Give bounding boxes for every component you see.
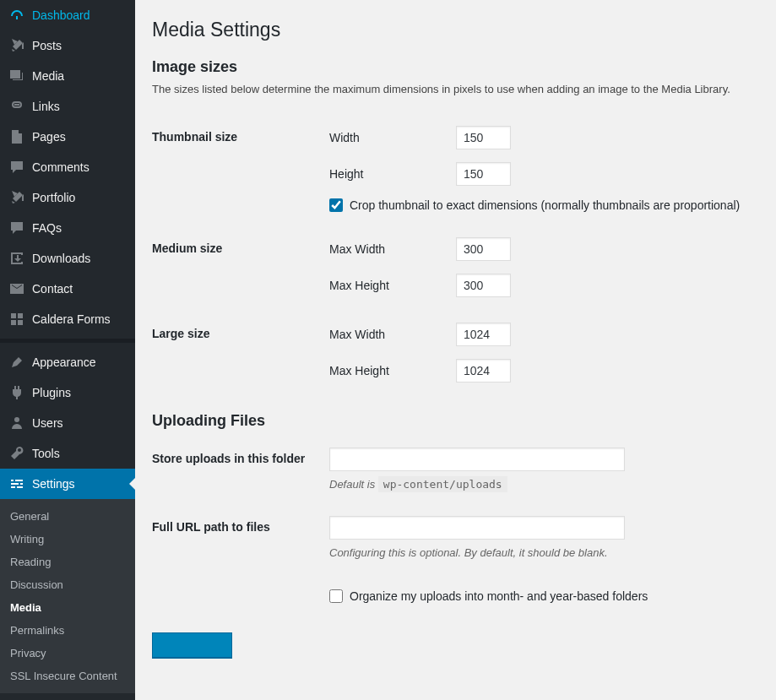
sidebar-item-label: Downloads [32, 252, 90, 265]
medium-maxwidth-label: Max Width [329, 242, 456, 256]
medium-size-label: Medium size [152, 225, 321, 310]
sidebar-item-dashboard[interactable]: Dashboard [0, 0, 135, 30]
medium-maxwidth-input[interactable] [456, 237, 511, 261]
sidebar-item-pages[interactable]: Pages [0, 122, 135, 152]
submenu-item-discussion[interactable]: Discussion [0, 573, 135, 596]
uploading-files-heading: Uploading Files [152, 412, 759, 430]
thumbnail-width-label: Width [329, 131, 456, 144]
image-sizes-heading: Image sizes [152, 58, 759, 76]
large-maxheight-label: Max Height [329, 364, 456, 377]
settings-submenu: GeneralWritingReadingDiscussionMediaPerm… [0, 499, 135, 693]
organize-uploads-checkbox[interactable] [329, 589, 343, 603]
sidebar-item-label: Plugins [32, 386, 71, 399]
thumbnail-width-input[interactable] [456, 126, 511, 149]
large-maxheight-input[interactable] [456, 359, 511, 383]
tools-icon [8, 445, 25, 462]
sidebar-item-label: Tools [32, 447, 60, 460]
sidebar-item-tools[interactable]: Tools [0, 438, 135, 469]
sidebar-item-settings[interactable]: Settings [0, 469, 135, 499]
sidebar-item-portfolio[interactable]: Portfolio [0, 182, 135, 213]
submenu-item-media[interactable]: Media [0, 596, 135, 619]
thumbnail-size-label: Thumbnail size [152, 113, 321, 225]
sidebar-item-label: Media [32, 69, 64, 83]
sidebar-item-label: Portfolio [32, 191, 75, 204]
sidebar-item-plugins[interactable]: Plugins [0, 377, 135, 408]
admin-sidebar: DashboardPostsMediaLinksPagesCommentsPor… [0, 0, 135, 700]
caldera-icon [8, 311, 25, 328]
thumbnail-height-label: Height [329, 167, 456, 181]
sidebar-item-users[interactable]: Users [0, 408, 135, 438]
sidebar-item-posts[interactable]: Posts [0, 30, 135, 61]
downloads-icon [8, 250, 25, 267]
sidebar-item-downloads[interactable]: Downloads [0, 243, 135, 274]
sidebar-item-label: FAQs [32, 221, 62, 235]
contact-icon [8, 280, 25, 297]
uploading-files-table: Store uploads in this folder Default is … [152, 435, 759, 616]
full-url-input[interactable] [329, 516, 625, 540]
sidebar-item-label: Settings [32, 477, 75, 491]
svg-point-0 [14, 417, 19, 422]
large-maxwidth-label: Max Width [329, 328, 456, 341]
portfolio-icon [8, 189, 25, 206]
sidebar-item-media[interactable]: Media [0, 61, 135, 91]
store-folder-helper: Default is wp-content/uploads [329, 478, 751, 491]
sidebar-item-label: Links [32, 100, 60, 113]
comments-icon [8, 159, 25, 176]
submenu-item-reading[interactable]: Reading [0, 551, 135, 573]
page-title: Media Settings [152, 19, 759, 41]
large-maxwidth-input[interactable] [456, 323, 511, 346]
sidebar-item-links[interactable]: Links [0, 91, 135, 122]
thumbnail-height-input[interactable] [456, 162, 511, 186]
settings-icon [8, 475, 25, 492]
full-url-label: Full URL path to files [152, 503, 321, 572]
store-folder-label: Store uploads in this folder [152, 435, 321, 503]
posts-icon [8, 37, 25, 54]
medium-maxheight-label: Max Height [329, 279, 456, 292]
save-changes-button[interactable] [152, 632, 232, 658]
medium-maxheight-input[interactable] [456, 274, 511, 297]
large-size-label: Large size [152, 310, 321, 395]
thumbnail-crop-checkbox[interactable] [329, 198, 343, 212]
sidebar-item-faqs[interactable]: FAQs [0, 213, 135, 243]
sidebar-item-label: Dashboard [32, 8, 90, 22]
plugins-icon [8, 384, 25, 401]
sidebar-item-caldera[interactable]: Caldera Forms [0, 304, 135, 334]
sidebar-item-label: Posts [32, 39, 62, 52]
sidebar-item-label: Contact [32, 282, 73, 296]
sidebar-separator [0, 339, 135, 343]
main-content: Media Settings Image sizes The sizes lis… [135, 0, 776, 700]
sidebar-item-label: Users [32, 416, 63, 430]
links-icon [8, 98, 25, 115]
users-icon [8, 415, 25, 431]
submenu-item-permalinks[interactable]: Permalinks [0, 619, 135, 642]
image-sizes-description: The sizes listed below determine the max… [152, 81, 759, 98]
image-sizes-table: Thumbnail size Width Height Crop thumbna… [152, 113, 759, 395]
sidebar-item-label: Pages [32, 130, 66, 144]
sidebar-item-label: Comments [32, 160, 90, 174]
pages-icon [8, 128, 25, 145]
appearance-icon [8, 354, 25, 371]
default-path-code: wp-content/uploads [378, 476, 507, 492]
sidebar-item-comments[interactable]: Comments [0, 152, 135, 182]
thumbnail-crop-label: Crop thumbnail to exact dimensions (norm… [350, 198, 740, 212]
sidebar-item-contact[interactable]: Contact [0, 274, 135, 304]
sidebar-item-label: Caldera Forms [32, 312, 111, 326]
full-url-helper: Configuring this is optional. By default… [329, 546, 751, 559]
faqs-icon [8, 220, 25, 236]
submenu-item-general[interactable]: General [0, 505, 135, 528]
dashboard-icon [8, 7, 25, 24]
sidebar-item-label: Appearance [32, 355, 96, 369]
submenu-item-privacy[interactable]: Privacy [0, 642, 135, 665]
organize-uploads-label: Organize my uploads into month- and year… [350, 589, 648, 603]
store-folder-input[interactable] [329, 448, 625, 471]
submenu-item-ssl-insecure-content[interactable]: SSL Insecure Content [0, 665, 135, 687]
media-icon [8, 68, 25, 84]
submenu-item-writing[interactable]: Writing [0, 528, 135, 551]
sidebar-item-appearance[interactable]: Appearance [0, 347, 135, 377]
